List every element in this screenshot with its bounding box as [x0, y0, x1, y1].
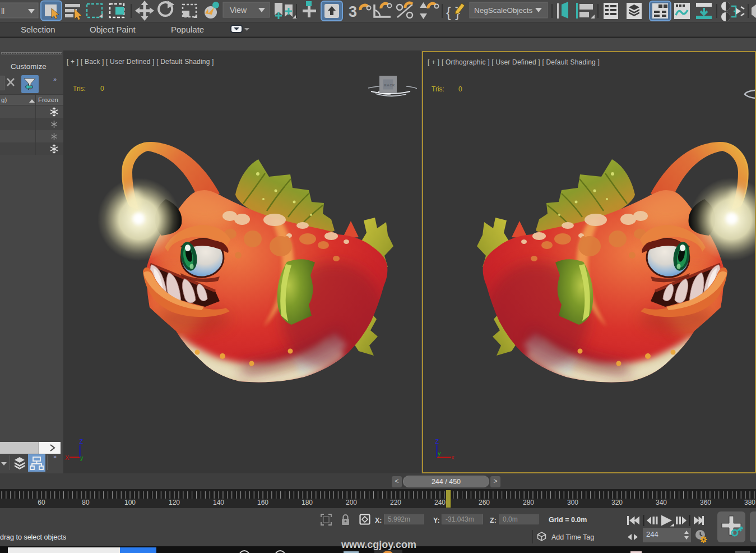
- svg-text:BACK: BACK: [384, 84, 395, 87]
- svg-text:y: y: [438, 450, 441, 457]
- svg-text:ll: ll: [1, 7, 4, 16]
- svg-text:Z: Z: [435, 438, 439, 445]
- svg-text:NegScaleObjects: NegScaleObjects: [474, 6, 533, 15]
- svg-text:Z: Z: [80, 438, 84, 445]
- svg-text:View: View: [230, 6, 247, 15]
- svg-text:{: {: [446, 4, 451, 21]
- svg-text:x: x: [451, 454, 454, 460]
- svg-text:3: 3: [349, 3, 357, 20]
- svg-text:X: X: [65, 454, 69, 461]
- svg-text:y: y: [80, 454, 84, 461]
